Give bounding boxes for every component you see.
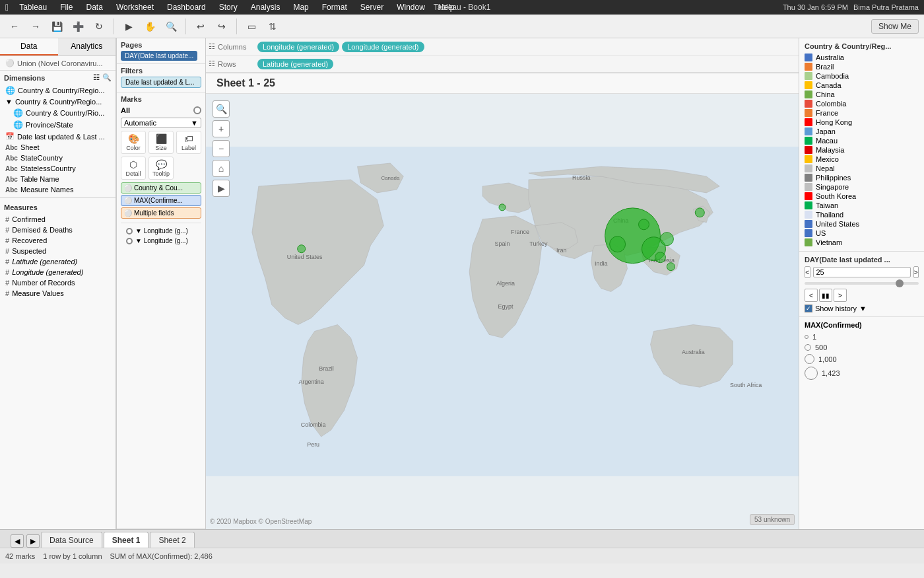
dim-date[interactable]: 📅 Date last updated & Last ... <box>0 131 116 142</box>
day-slider-thumb[interactable] <box>896 279 904 287</box>
legend-item[interactable]: Taiwan <box>805 201 919 210</box>
search-icon[interactable]: 🔍 <box>102 73 112 82</box>
map-menu[interactable]: Map <box>290 1 311 13</box>
measure-recovered[interactable]: # Recovered <box>0 235 116 246</box>
legend-item[interactable]: South Korea <box>805 192 919 201</box>
save-button[interactable]: 💾 <box>48 18 66 35</box>
legend-item[interactable]: United States <box>805 219 919 229</box>
file-menu[interactable]: File <box>57 1 75 13</box>
day-prev-button[interactable]: < <box>805 266 810 278</box>
legend-item[interactable]: US <box>805 229 919 238</box>
legend-item[interactable]: Mexico <box>805 155 919 164</box>
map-zoom-in-button[interactable]: + <box>213 120 230 137</box>
legend-item[interactable]: Singapore <box>805 182 919 192</box>
play-stop-button[interactable]: ▮▮ <box>819 289 832 302</box>
measure-suspected[interactable]: # Suspected <box>0 246 116 256</box>
legend-item[interactable]: Vietnam <box>805 238 919 247</box>
legend-item[interactable]: Japan <box>805 127 919 136</box>
legend-item[interactable]: Malaysia <box>805 145 919 155</box>
worksheet-menu[interactable]: Worksheet <box>114 1 156 13</box>
dim-sheet[interactable]: Abc Sheet <box>0 142 116 153</box>
legend-item[interactable]: Colombia <box>805 99 919 108</box>
legend-item[interactable]: Canada <box>805 81 919 90</box>
pages-pill[interactable]: DAY(Date last update... <box>121 51 197 61</box>
tab-right-button[interactable]: ▶ <box>26 534 40 548</box>
marks-pill-country[interactable]: ⚪ Country & Cou... <box>121 182 201 194</box>
redo-button[interactable]: ↪ <box>213 18 231 35</box>
data-menu[interactable]: Data <box>84 1 106 13</box>
measure-values[interactable]: # Measure Values <box>0 288 116 299</box>
tab-data[interactable]: Data <box>0 38 58 55</box>
filter-pill-date[interactable]: Date last updated & L... <box>121 77 201 88</box>
marks-type-select[interactable]: Automatic ▼ <box>121 118 201 128</box>
tab-data-source[interactable]: Data Source <box>41 532 102 548</box>
color-button[interactable]: 🎨 Color <box>121 131 146 154</box>
show-me-button[interactable]: Show Me <box>871 19 919 34</box>
tooltip-button[interactable]: 💬 Tooltip <box>148 157 174 180</box>
legend-item[interactable]: China <box>805 90 919 99</box>
refresh-button[interactable]: ↻ <box>90 18 108 35</box>
legend-item[interactable]: Australia <box>805 53 919 62</box>
dim-country-region-1[interactable]: 🌐 Country & Country/Regio... <box>0 85 116 96</box>
dim-province-state[interactable]: 🌐 Province/State <box>0 119 116 131</box>
server-menu[interactable]: Server <box>358 1 386 13</box>
measure-longitude[interactable]: # Longitude (generated) <box>0 267 116 277</box>
dim-country-region-2[interactable]: 🌐 Country & Country/Rio... <box>0 107 116 119</box>
swap-button[interactable]: ⇅ <box>263 18 282 35</box>
legend-item[interactable]: France <box>805 108 919 118</box>
marks-pill-max[interactable]: ⚪ MAX(Confirme... <box>121 195 201 206</box>
legend-item[interactable]: Hong Kong <box>805 118 919 127</box>
dim-country-region-folder[interactable]: ▼ Country & Country/Regio... <box>0 96 116 107</box>
map-search-button[interactable]: 🔍 <box>213 100 230 118</box>
union-source[interactable]: ⚪ Union (Novel Coronaviru... <box>0 56 116 71</box>
dashboard-menu[interactable]: Dashboard <box>164 1 209 13</box>
longitude2-item[interactable]: ▼ Longitude (g...) <box>121 236 201 246</box>
tab-sheet2[interactable]: Sheet 2 <box>150 532 194 548</box>
measure-num-records[interactable]: # Number of Records <box>0 277 116 288</box>
dimensions-header[interactable]: Dimensions ☷ 🔍 <box>0 71 116 85</box>
col-pill-2[interactable]: Longitude (generated) <box>342 42 424 52</box>
legend-item[interactable]: Philippines <box>805 173 919 182</box>
forward-button[interactable]: → <box>26 18 45 35</box>
tab-left-button[interactable]: ◀ <box>11 534 24 548</box>
map-home-button[interactable]: ⌂ <box>213 160 230 177</box>
analysis-menu[interactable]: Analysis <box>248 1 283 13</box>
map-area[interactable]: 🔍 + − ⌂ ▶ <box>206 94 799 529</box>
play-next-button[interactable]: > <box>834 289 847 302</box>
size-button[interactable]: ⬛ Size <box>148 131 174 154</box>
marks-radio[interactable] <box>193 106 201 114</box>
day-input[interactable] <box>813 267 911 277</box>
tab-sheet1[interactable]: Sheet 1 <box>104 532 149 548</box>
dim-state-country[interactable]: Abc StateCountry <box>0 153 116 163</box>
story-menu[interactable]: Story <box>216 1 240 13</box>
legend-item[interactable]: Macau <box>805 136 919 145</box>
dim-table-name[interactable]: Abc Table Name <box>0 174 116 184</box>
window-menu[interactable]: Window <box>394 1 428 13</box>
measure-demised[interactable]: # Demised & Deaths <box>0 225 116 235</box>
show-history-checkbox[interactable]: ✓ <box>805 305 812 312</box>
play-prev-button[interactable]: < <box>805 289 818 302</box>
measure-latitude[interactable]: # Latitude (generated) <box>0 256 116 267</box>
row-pill-1[interactable]: Latitude (generated) <box>257 59 333 69</box>
tableau-menu[interactable]: Tableau <box>16 1 50 13</box>
map-zoom-out-button[interactable]: − <box>213 140 230 157</box>
map-select-button[interactable]: ▶ <box>213 180 230 197</box>
back-button[interactable]: ← <box>5 18 24 35</box>
dim-measure-names[interactable]: Abc Measure Names <box>0 184 116 195</box>
add-datasource-button[interactable]: ➕ <box>69 18 87 35</box>
undo-button[interactable]: ↩ <box>191 18 210 35</box>
day-next-button[interactable]: > <box>913 266 919 278</box>
pan-tool[interactable]: ✋ <box>141 18 159 35</box>
day-slider[interactable] <box>805 282 919 285</box>
dim-stateless-country[interactable]: Abc StatelessCountry <box>0 163 116 174</box>
duplicate-button[interactable]: ▭ <box>242 18 261 35</box>
label-button[interactable]: 🏷 Label <box>176 131 201 154</box>
select-tool[interactable]: ▶ <box>119 18 138 35</box>
longitude1-item[interactable]: ▼ Longitude (g...) <box>121 226 201 236</box>
zoom-tool[interactable]: 🔍 <box>162 18 180 35</box>
legend-item[interactable]: Thailand <box>805 210 919 219</box>
marks-pill-multi[interactable]: ⚪ Multiple fields <box>121 207 201 219</box>
col-pill-1[interactable]: Longitude (generated) <box>257 42 339 52</box>
legend-item[interactable]: Nepal <box>805 164 919 173</box>
measures-header[interactable]: Measures <box>0 201 116 214</box>
